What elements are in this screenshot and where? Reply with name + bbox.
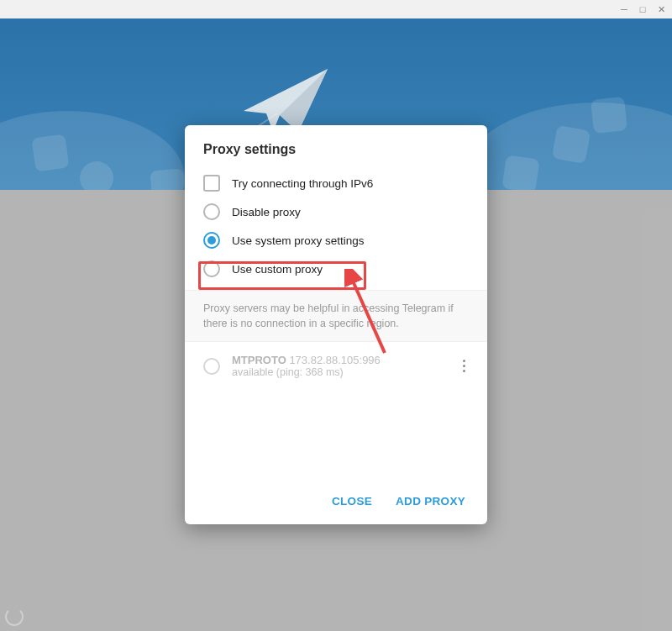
proxy-entry-text: MTPROTO 173.82.88.105:996 available (pin… — [232, 354, 452, 378]
close-window-button[interactable]: ✕ — [655, 3, 667, 15]
disable-proxy-label: Disable proxy — [232, 206, 301, 218]
disable-proxy-radio-row[interactable]: Disable proxy — [185, 197, 487, 226]
custom-proxy-radio-row[interactable]: Use custom proxy — [185, 255, 487, 283]
radio-icon — [203, 358, 220, 375]
proxy-settings-dialog: Proxy settings Try connecting through IP… — [185, 125, 487, 524]
radio-icon — [203, 260, 220, 277]
proxy-info-text: Proxy servers may be helpful in accessin… — [185, 290, 487, 342]
dialog-title: Proxy settings — [185, 125, 487, 169]
checkbox-icon — [203, 175, 220, 192]
loading-spinner-icon — [5, 607, 24, 626]
proxy-address: 173.82.88.105:996 — [289, 354, 380, 366]
proxy-protocol: MTPROTO — [232, 354, 286, 366]
proxy-status: available (ping: 368 ms) — [232, 366, 452, 378]
radio-icon — [203, 203, 220, 220]
ipv6-checkbox-row[interactable]: Try connecting through IPv6 — [185, 169, 487, 197]
radio-selected-icon — [203, 232, 220, 249]
svg-marker-0 — [244, 69, 328, 132]
add-proxy-button[interactable]: ADD PROXY — [396, 495, 465, 507]
maximize-button[interactable]: □ — [637, 3, 648, 15]
minimize-button[interactable]: ─ — [618, 3, 630, 15]
proxy-list-item[interactable]: MTPROTO 173.82.88.105:996 available (pin… — [185, 342, 487, 390]
system-proxy-label: Use system proxy settings — [232, 234, 365, 247]
dialog-footer: CLOSE ADD PROXY — [185, 480, 487, 524]
system-proxy-radio-row[interactable]: Use system proxy settings — [185, 226, 487, 255]
kebab-menu-icon[interactable] — [452, 355, 475, 378]
custom-proxy-label: Use custom proxy — [232, 263, 323, 276]
close-button[interactable]: CLOSE — [332, 495, 372, 507]
window-titlebar: ─ □ ✕ — [0, 0, 672, 18]
ipv6-label: Try connecting through IPv6 — [232, 177, 373, 190]
